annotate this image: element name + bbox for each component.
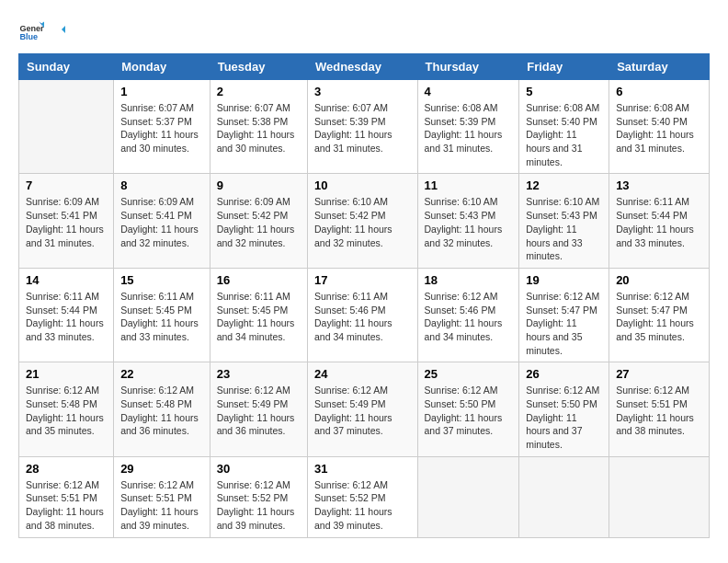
calendar-cell: 29Sunrise: 6:12 AMSunset: 5:51 PMDayligh…	[114, 456, 210, 537]
calendar-cell: 24Sunrise: 6:12 AMSunset: 5:49 PMDayligh…	[307, 362, 417, 456]
calendar-cell: 12Sunrise: 6:10 AMSunset: 5:43 PMDayligh…	[519, 174, 609, 268]
day-info: Sunrise: 6:10 AMSunset: 5:43 PMDaylight:…	[425, 195, 513, 249]
header-sunday: Sunday	[19, 54, 114, 80]
calendar-cell: 22Sunrise: 6:12 AMSunset: 5:48 PMDayligh…	[114, 362, 210, 456]
calendar-cell: 17Sunrise: 6:11 AMSunset: 5:46 PMDayligh…	[307, 268, 417, 362]
calendar-cell: 26Sunrise: 6:12 AMSunset: 5:50 PMDayligh…	[519, 362, 609, 456]
logo: General Blue	[18, 18, 68, 44]
day-info: Sunrise: 6:09 AMSunset: 5:41 PMDaylight:…	[26, 195, 107, 249]
day-info: Sunrise: 6:12 AMSunset: 5:51 PMDaylight:…	[26, 478, 107, 533]
day-info: Sunrise: 6:07 AMSunset: 5:39 PMDaylight:…	[314, 101, 411, 155]
calendar-cell: 27Sunrise: 6:12 AMSunset: 5:51 PMDayligh…	[609, 362, 710, 456]
header-friday: Friday	[519, 54, 609, 80]
day-info: Sunrise: 6:10 AMSunset: 5:43 PMDaylight:…	[526, 195, 602, 262]
day-number: 22	[120, 367, 203, 381]
logo-bird-icon	[49, 24, 67, 42]
day-info: Sunrise: 6:12 AMSunset: 5:50 PMDaylight:…	[526, 384, 602, 451]
calendar-cell: 13Sunrise: 6:11 AMSunset: 5:44 PMDayligh…	[609, 174, 710, 268]
day-number: 19	[526, 273, 602, 287]
calendar-cell: 20Sunrise: 6:12 AMSunset: 5:47 PMDayligh…	[609, 268, 710, 362]
day-info: Sunrise: 6:10 AMSunset: 5:42 PMDaylight:…	[314, 195, 411, 249]
header-monday: Monday	[114, 54, 210, 80]
day-number: 5	[526, 85, 602, 98]
day-number: 17	[314, 273, 411, 287]
day-number: 23	[217, 367, 301, 381]
day-info: Sunrise: 6:11 AMSunset: 5:45 PMDaylight:…	[217, 290, 301, 344]
calendar-cell: 25Sunrise: 6:12 AMSunset: 5:50 PMDayligh…	[417, 362, 519, 456]
calendar-cell: 9Sunrise: 6:09 AMSunset: 5:42 PMDaylight…	[210, 174, 307, 268]
calendar-week-row: 28Sunrise: 6:12 AMSunset: 5:51 PMDayligh…	[19, 456, 710, 537]
logo-icon: General Blue	[18, 18, 44, 44]
calendar-cell: 21Sunrise: 6:12 AMSunset: 5:48 PMDayligh…	[19, 362, 114, 456]
day-info: Sunrise: 6:12 AMSunset: 5:47 PMDaylight:…	[616, 290, 702, 344]
header-saturday: Saturday	[609, 54, 710, 80]
day-number: 25	[425, 367, 513, 381]
day-info: Sunrise: 6:09 AMSunset: 5:42 PMDaylight:…	[217, 195, 301, 249]
calendar-cell	[519, 456, 609, 537]
day-number: 14	[26, 273, 107, 287]
day-info: Sunrise: 6:08 AMSunset: 5:39 PMDaylight:…	[425, 101, 513, 155]
calendar-cell: 1Sunrise: 6:07 AMSunset: 5:37 PMDaylight…	[114, 80, 210, 174]
calendar-cell: 5Sunrise: 6:08 AMSunset: 5:40 PMDaylight…	[519, 80, 609, 174]
day-info: Sunrise: 6:12 AMSunset: 5:50 PMDaylight:…	[425, 384, 513, 438]
svg-text:Blue: Blue	[19, 32, 38, 41]
day-number: 16	[217, 273, 301, 287]
day-number: 18	[425, 273, 513, 287]
day-number: 24	[314, 367, 411, 381]
day-number: 12	[526, 178, 602, 192]
calendar-cell: 15Sunrise: 6:11 AMSunset: 5:45 PMDayligh…	[114, 268, 210, 362]
calendar-cell	[417, 456, 519, 537]
calendar-cell: 6Sunrise: 6:08 AMSunset: 5:40 PMDaylight…	[609, 80, 710, 174]
calendar-cell: 31Sunrise: 6:12 AMSunset: 5:52 PMDayligh…	[307, 456, 417, 537]
day-info: Sunrise: 6:12 AMSunset: 5:52 PMDaylight:…	[314, 478, 411, 533]
day-number: 15	[120, 273, 203, 287]
day-info: Sunrise: 6:12 AMSunset: 5:51 PMDaylight:…	[616, 384, 702, 438]
day-info: Sunrise: 6:12 AMSunset: 5:48 PMDaylight:…	[120, 384, 203, 438]
day-number: 20	[616, 273, 702, 287]
day-number: 30	[217, 462, 301, 476]
calendar-cell: 8Sunrise: 6:09 AMSunset: 5:41 PMDaylight…	[114, 174, 210, 268]
calendar-cell: 30Sunrise: 6:12 AMSunset: 5:52 PMDayligh…	[210, 456, 307, 537]
calendar-cell: 2Sunrise: 6:07 AMSunset: 5:38 PMDaylight…	[210, 80, 307, 174]
calendar-cell: 10Sunrise: 6:10 AMSunset: 5:42 PMDayligh…	[307, 174, 417, 268]
day-info: Sunrise: 6:08 AMSunset: 5:40 PMDaylight:…	[616, 101, 702, 155]
day-info: Sunrise: 6:08 AMSunset: 5:40 PMDaylight:…	[526, 101, 602, 168]
day-number: 10	[314, 178, 411, 192]
calendar-cell: 11Sunrise: 6:10 AMSunset: 5:43 PMDayligh…	[417, 174, 519, 268]
day-number: 2	[217, 85, 301, 98]
calendar-cell: 16Sunrise: 6:11 AMSunset: 5:45 PMDayligh…	[210, 268, 307, 362]
calendar-cell: 4Sunrise: 6:08 AMSunset: 5:39 PMDaylight…	[417, 80, 519, 174]
day-info: Sunrise: 6:12 AMSunset: 5:46 PMDaylight:…	[425, 290, 513, 344]
calendar-cell: 7Sunrise: 6:09 AMSunset: 5:41 PMDaylight…	[19, 174, 114, 268]
day-number: 7	[26, 178, 107, 192]
calendar-cell: 3Sunrise: 6:07 AMSunset: 5:39 PMDaylight…	[307, 80, 417, 174]
calendar-cell: 23Sunrise: 6:12 AMSunset: 5:49 PMDayligh…	[210, 362, 307, 456]
day-info: Sunrise: 6:12 AMSunset: 5:49 PMDaylight:…	[314, 384, 411, 438]
header: General Blue	[18, 18, 710, 44]
day-info: Sunrise: 6:11 AMSunset: 5:46 PMDaylight:…	[314, 290, 411, 344]
day-number: 31	[314, 462, 411, 476]
calendar-table: SundayMondayTuesdayWednesdayThursdayFrid…	[18, 53, 710, 538]
header-tuesday: Tuesday	[210, 54, 307, 80]
day-number: 13	[616, 178, 702, 192]
calendar-cell: 14Sunrise: 6:11 AMSunset: 5:44 PMDayligh…	[19, 268, 114, 362]
svg-marker-5	[62, 26, 65, 33]
day-info: Sunrise: 6:11 AMSunset: 5:44 PMDaylight:…	[616, 195, 702, 249]
day-info: Sunrise: 6:11 AMSunset: 5:44 PMDaylight:…	[26, 290, 107, 344]
header-wednesday: Wednesday	[307, 54, 417, 80]
day-number: 9	[217, 178, 301, 192]
day-number: 29	[120, 462, 203, 476]
calendar-cell	[609, 456, 710, 537]
day-info: Sunrise: 6:12 AMSunset: 5:52 PMDaylight:…	[217, 478, 301, 533]
calendar-cell: 18Sunrise: 6:12 AMSunset: 5:46 PMDayligh…	[417, 268, 519, 362]
day-info: Sunrise: 6:07 AMSunset: 5:38 PMDaylight:…	[217, 101, 301, 155]
day-number: 1	[120, 85, 203, 98]
calendar-week-row: 14Sunrise: 6:11 AMSunset: 5:44 PMDayligh…	[19, 268, 710, 362]
day-info: Sunrise: 6:11 AMSunset: 5:45 PMDaylight:…	[120, 290, 203, 344]
day-number: 6	[616, 85, 702, 98]
day-info: Sunrise: 6:07 AMSunset: 5:37 PMDaylight:…	[120, 101, 203, 155]
day-number: 4	[425, 85, 513, 98]
day-info: Sunrise: 6:12 AMSunset: 5:49 PMDaylight:…	[217, 384, 301, 438]
calendar-cell	[19, 80, 114, 174]
day-number: 28	[26, 462, 107, 476]
